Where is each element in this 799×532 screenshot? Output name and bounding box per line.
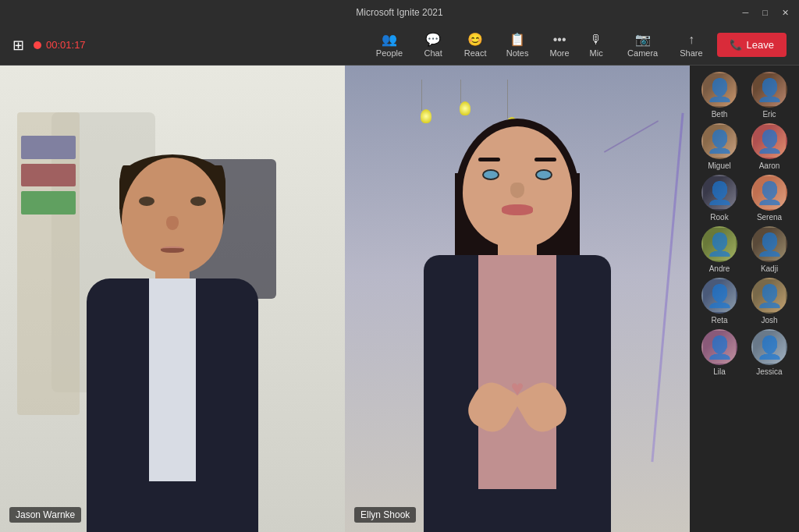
- participant-name-aaron: Aaron: [759, 161, 780, 170]
- participant-item-beth[interactable]: Beth: [696, 72, 743, 119]
- chat-icon: 💬: [425, 32, 441, 47]
- participant-avatar-kadji: [751, 226, 787, 262]
- participant-name-lila: Lila: [713, 367, 726, 376]
- people-label: People: [376, 48, 403, 58]
- participant-name-andre: Andre: [709, 264, 730, 273]
- participant-name-rook: Rook: [710, 213, 728, 222]
- beth-face: [703, 73, 736, 106]
- participant-name-reta: Reta: [711, 316, 727, 325]
- e-lips: [502, 204, 533, 215]
- participant-name-beth: Beth: [712, 110, 728, 119]
- participant-item-jessica[interactable]: Jessica: [746, 329, 793, 376]
- e-eyes: [482, 169, 552, 180]
- ellyn-person: ♥: [392, 126, 642, 532]
- react-label: React: [464, 48, 487, 58]
- jessica-face: [753, 331, 786, 364]
- josh-face: [753, 279, 786, 312]
- participant-avatar-rook: [701, 175, 737, 211]
- mic-label: Mic: [590, 48, 603, 58]
- notes-button[interactable]: 📋 Notes: [498, 29, 537, 61]
- participant-item-eric[interactable]: Eric: [746, 72, 793, 119]
- jason-person: [63, 158, 282, 532]
- aaron-face: [753, 125, 786, 158]
- chat-button[interactable]: 💬 Chat: [414, 29, 453, 61]
- participant-avatar-josh: [751, 278, 787, 314]
- minimize-button[interactable]: ─: [739, 6, 753, 19]
- mic-button[interactable]: 🎙 Mic: [579, 30, 613, 61]
- bg-book1: [21, 136, 76, 159]
- ellyn-video-content: ♥: [345, 66, 690, 532]
- recording-indicator: 00:01:17: [34, 39, 86, 51]
- rook-face: [703, 176, 736, 209]
- jason-scene: [0, 66, 345, 532]
- participant-item-josh[interactable]: Josh: [746, 278, 793, 325]
- maximize-button[interactable]: □: [758, 6, 772, 19]
- cord2: [460, 80, 461, 103]
- close-button[interactable]: ✕: [778, 6, 793, 20]
- share-icon: ↑: [688, 33, 694, 47]
- main-content: Jason Warnke: [0, 66, 799, 532]
- react-icon: 😊: [467, 32, 483, 47]
- e-hands-heart: ♥: [471, 376, 564, 446]
- j-shirt: [149, 278, 196, 481]
- grid-view-icon[interactable]: ⊞: [12, 37, 24, 54]
- participant-avatar-jessica: [751, 329, 787, 365]
- camera-label: Camera: [627, 48, 658, 58]
- share-button[interactable]: ↑ Share: [672, 30, 710, 61]
- leave-label: Leave: [747, 39, 774, 51]
- ellyn-name-label: Ellyn Shook: [354, 507, 416, 523]
- heart-overlay: ♥: [511, 376, 524, 401]
- participant-row-4: Andre Kadji: [693, 226, 796, 273]
- participant-avatar-lila: [701, 329, 737, 365]
- j-nose: [166, 216, 179, 230]
- participant-avatar-aaron: [751, 123, 787, 159]
- participant-name-josh: Josh: [761, 316, 777, 325]
- chat-label: Chat: [424, 48, 442, 58]
- cord3: [507, 80, 508, 119]
- j-mouth: [161, 246, 184, 253]
- video-pane-jason[interactable]: Jason Warnke: [0, 66, 345, 532]
- participant-item-aaron[interactable]: Aaron: [746, 123, 793, 170]
- more-button[interactable]: ••• More: [540, 30, 579, 61]
- j-eye-left: [139, 197, 154, 206]
- kadji-face: [753, 228, 786, 261]
- participant-item-rook[interactable]: Rook: [696, 175, 743, 222]
- video-pane-ellyn[interactable]: ♥ Ellyn Shook: [345, 66, 690, 532]
- leave-button[interactable]: 📞 Leave: [717, 33, 787, 57]
- participant-name-eric: Eric: [762, 110, 776, 119]
- participant-item-miguel[interactable]: Miguel: [696, 123, 743, 170]
- leave-phone-icon: 📞: [730, 39, 742, 51]
- miguel-face: [703, 125, 736, 158]
- react-button[interactable]: 😊 React: [456, 29, 495, 61]
- people-button[interactable]: 👥 People: [368, 29, 410, 61]
- participant-item-andre[interactable]: Andre: [696, 226, 743, 273]
- participant-row-6: Lila Jessica: [693, 329, 796, 376]
- e-eye-right: [535, 169, 552, 180]
- e-shirt: [478, 255, 556, 489]
- participant-item-serena[interactable]: Serena: [746, 175, 793, 222]
- participant-avatar-andre: [701, 226, 737, 262]
- bulb1: [421, 109, 431, 123]
- reta-face: [703, 279, 736, 312]
- e-eye-left: [482, 169, 499, 180]
- recording-dot: [34, 41, 41, 49]
- serena-face: [753, 176, 786, 209]
- participant-item-lila[interactable]: Lila: [696, 329, 743, 376]
- camera-icon: 📷: [635, 32, 651, 47]
- toolbar-left: ⊞ 00:01:17: [12, 37, 368, 54]
- window-title: Microsoft Ignite 2021: [356, 7, 442, 18]
- participant-avatar-eric: [751, 72, 787, 108]
- jason-name-label: Jason Warnke: [9, 507, 81, 523]
- notes-label: Notes: [506, 48, 529, 58]
- recording-timer: 00:01:17: [46, 39, 86, 51]
- window-controls: ─ □ ✕: [739, 6, 793, 20]
- mic-icon: 🎙: [590, 33, 602, 47]
- participant-item-kadji[interactable]: Kadji: [746, 226, 793, 273]
- bulb2: [460, 101, 471, 115]
- participant-row-3: Rook Serena: [693, 175, 796, 222]
- camera-button[interactable]: 📷 Camera: [620, 29, 666, 61]
- e-brow-left: [478, 158, 500, 161]
- e-nose: [510, 183, 524, 198]
- video-area: Jason Warnke: [0, 66, 690, 532]
- participant-item-reta[interactable]: Reta: [696, 278, 743, 325]
